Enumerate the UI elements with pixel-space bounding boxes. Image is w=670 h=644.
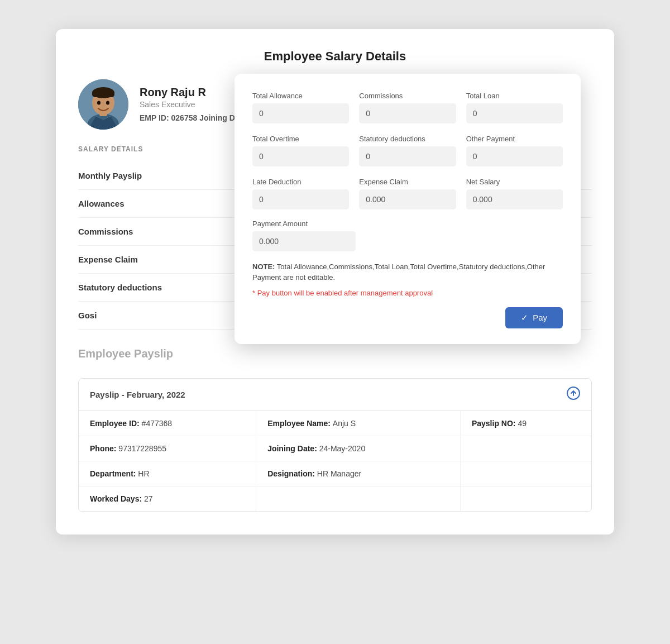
table-cell <box>460 486 591 511</box>
table-cell <box>460 436 591 461</box>
table-row: Employee ID: #477368Employee Name: Anju … <box>79 411 591 436</box>
modal-card: Total AllowanceCommissionsTotal LoanTota… <box>234 74 581 344</box>
input-total-overtime[interactable] <box>252 146 349 166</box>
payslip-heading: Employee Payslip <box>78 347 592 360</box>
label-statutory-deductions: Statutory deductions <box>359 135 456 143</box>
table-cell: Phone: 97317228955 <box>79 436 256 461</box>
input-total-loan[interactable] <box>466 103 563 123</box>
payment-amount-input[interactable] <box>252 231 356 251</box>
modal-fields-grid: Total AllowanceCommissionsTotal LoanTota… <box>252 92 563 209</box>
table-row: Phone: 97317228955Joining Date: 24-May-2… <box>79 436 591 461</box>
label-commissions: Commissions <box>359 92 456 100</box>
label-total-allowance: Total Allowance <box>252 92 349 100</box>
employee-meta: EMP ID: 026758 Joining Da <box>140 113 240 122</box>
table-row: Worked Days: 27 <box>79 486 591 511</box>
payment-amount-label: Payment Amount <box>252 220 356 228</box>
field-group-other-payment: Other Payment <box>466 135 563 166</box>
svg-point-6 <box>97 101 100 104</box>
input-net-salary[interactable] <box>466 189 563 209</box>
table-row: Department: HRDesignation: HR Manager <box>79 461 591 486</box>
label-net-salary: Net Salary <box>466 178 563 186</box>
svg-point-7 <box>106 101 109 104</box>
input-expense-claim[interactable] <box>359 189 456 209</box>
table-cell: Employee Name: Anju S <box>256 411 461 436</box>
label-late-deduction: Late Deduction <box>252 178 349 186</box>
input-total-allowance[interactable] <box>252 103 349 123</box>
upload-icon[interactable] <box>567 387 580 403</box>
pay-button-container: ✓ Pay <box>252 307 563 328</box>
payment-amount-section: Payment Amount <box>252 220 563 251</box>
employee-role: Sales Executive <box>140 100 240 109</box>
label-expense-claim: Expense Claim <box>359 178 456 186</box>
svg-rect-5 <box>92 90 114 97</box>
table-cell: Worked Days: 27 <box>79 486 256 511</box>
payslip-section: Payslip - February, 2022 Employee <box>78 378 592 512</box>
field-group-late-deduction: Late Deduction <box>252 178 349 209</box>
approval-note: * Pay button will be enabled after manag… <box>252 289 563 297</box>
field-group-commissions: Commissions <box>359 92 456 123</box>
note-text: NOTE: Total Allowance,Commissions,Total … <box>252 261 563 283</box>
employee-name: Rony Raju R <box>140 86 240 99</box>
payslip-table: Employee ID: #477368Employee Name: Anju … <box>79 411 591 512</box>
input-other-payment[interactable] <box>466 146 563 166</box>
input-late-deduction[interactable] <box>252 189 349 209</box>
field-group-total-overtime: Total Overtime <box>252 135 349 166</box>
field-group-total-loan: Total Loan <box>466 92 563 123</box>
field-group-total-allowance: Total Allowance <box>252 92 349 123</box>
payslip-header: Payslip - February, 2022 <box>79 379 591 411</box>
label-total-loan: Total Loan <box>466 92 563 100</box>
table-cell: Joining Date: 24-May-2020 <box>256 436 461 461</box>
field-group-statutory-deductions: Statutory deductions <box>359 135 456 166</box>
avatar <box>78 79 128 130</box>
table-cell: Designation: HR Manager <box>256 461 461 486</box>
input-statutory-deductions[interactable] <box>359 146 456 166</box>
pay-button[interactable]: ✓ Pay <box>505 307 563 328</box>
page-title: Employee Salary Details <box>78 49 592 64</box>
field-group-expense-claim: Expense Claim <box>359 178 456 209</box>
table-cell <box>256 486 461 511</box>
payslip-period: Payslip - February, 2022 <box>90 390 185 399</box>
field-group-net-salary: Net Salary <box>466 178 563 209</box>
table-cell: Employee ID: #477368 <box>79 411 256 436</box>
input-commissions[interactable] <box>359 103 456 123</box>
table-cell: Department: HR <box>79 461 256 486</box>
pay-button-label: Pay <box>533 313 547 322</box>
table-cell: Payslip NO: 49 <box>460 411 591 436</box>
pay-check-icon: ✓ <box>521 313 528 323</box>
label-other-payment: Other Payment <box>466 135 563 143</box>
label-total-overtime: Total Overtime <box>252 135 349 143</box>
table-cell <box>460 461 591 486</box>
employee-info: Rony Raju R Sales Executive EMP ID: 0267… <box>140 86 240 122</box>
